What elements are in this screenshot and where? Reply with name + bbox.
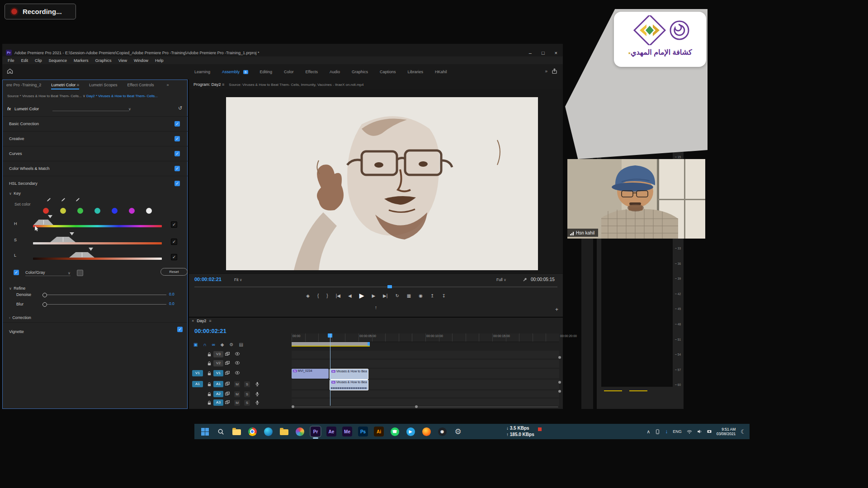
sync-lock-icon[interactable] bbox=[225, 352, 230, 356]
work-area-end-handle[interactable] bbox=[368, 342, 370, 346]
track-name[interactable]: V1 bbox=[213, 370, 223, 376]
scrollbar-dot[interactable] bbox=[558, 356, 561, 359]
workspace-tab-color[interactable]: Color bbox=[284, 70, 294, 74]
go-to-out-button[interactable]: ▶| bbox=[383, 293, 387, 298]
lumetri-section-creative[interactable]: Creative✓ bbox=[3, 131, 188, 146]
menu-file[interactable]: File bbox=[8, 58, 14, 63]
colorgray-chevron-icon[interactable]: ∨ bbox=[68, 271, 71, 275]
scrollbar-dot[interactable] bbox=[558, 381, 561, 384]
luma-handle-marker[interactable] bbox=[89, 248, 93, 251]
mute-button[interactable]: M bbox=[234, 400, 240, 406]
mute-button[interactable]: M bbox=[234, 391, 240, 397]
safe-margins-button[interactable]: ▦ bbox=[407, 293, 411, 298]
menu-graphics[interactable]: Graphics bbox=[95, 58, 112, 63]
luma-check[interactable]: ✓ bbox=[171, 254, 177, 260]
saturation-handle-marker[interactable] bbox=[70, 232, 74, 235]
taskbar-search[interactable] bbox=[215, 426, 226, 437]
horizontal-scrollbar[interactable] bbox=[292, 406, 558, 408]
taskbar-edge[interactable] bbox=[262, 426, 274, 437]
color-swatch-4[interactable] bbox=[112, 208, 118, 214]
nest-toggle[interactable]: ▣ bbox=[193, 342, 198, 347]
workspace-tab-editing[interactable]: Editing bbox=[260, 70, 273, 74]
add-marker-button[interactable]: ◆ bbox=[221, 342, 224, 347]
hue-check[interactable]: ✓ bbox=[171, 221, 177, 228]
sequence-clip-label[interactable]: Day2 * Viruses & How to Beat Them- Cells… bbox=[86, 94, 158, 98]
program-scrubber[interactable] bbox=[194, 286, 557, 287]
program-timecode[interactable]: 00:00:02:21 bbox=[194, 277, 222, 282]
taskbar-folder[interactable] bbox=[278, 426, 290, 437]
hue-handle-marker[interactable] bbox=[48, 215, 52, 218]
sync-lock-icon[interactable] bbox=[225, 400, 230, 404]
workspace-tab-captions[interactable]: Captions bbox=[380, 70, 396, 74]
hue-range-handle[interactable] bbox=[33, 220, 53, 225]
eyedropper-add-icon[interactable] bbox=[61, 197, 66, 202]
vignette-checkbox[interactable]: ✓ bbox=[177, 327, 183, 332]
section-checkbox[interactable]: ✓ bbox=[175, 151, 180, 156]
night-light-icon[interactable]: ☾ bbox=[741, 428, 746, 435]
eyedropper-subtract-icon[interactable] bbox=[75, 197, 80, 202]
tab-effect-controls[interactable]: Effect Controls bbox=[127, 83, 154, 87]
reset-button[interactable]: Reset bbox=[160, 268, 188, 276]
color-swatch-5[interactable] bbox=[129, 208, 135, 214]
quick-export-button[interactable]: ↑ bbox=[375, 305, 377, 310]
menu-edit[interactable]: Edit bbox=[21, 58, 28, 63]
taskbar-creative-cloud[interactable] bbox=[294, 426, 306, 437]
source-patch[interactable]: V1 bbox=[192, 370, 203, 376]
quick-export-icon[interactable] bbox=[552, 68, 557, 74]
minimize-button[interactable]: – bbox=[529, 50, 532, 56]
taskbar-obs[interactable]: ◉ bbox=[436, 426, 448, 437]
workspace-overflow-icon[interactable]: » bbox=[545, 69, 547, 74]
track-lane-v2[interactable] bbox=[292, 360, 559, 368]
colorgray-checkbox[interactable]: ✓ bbox=[14, 270, 19, 275]
saturation-check[interactable]: ✓ bbox=[171, 239, 177, 245]
lock-icon[interactable] bbox=[207, 361, 212, 366]
track-lane-a2[interactable] bbox=[292, 390, 559, 398]
play-button[interactable]: ▶ bbox=[359, 292, 364, 299]
correction-group-header[interactable]: › Correction bbox=[9, 313, 31, 321]
vignette-section[interactable]: Vignette ✓ bbox=[9, 327, 187, 335]
menu-sequence[interactable]: Sequence bbox=[49, 58, 67, 63]
scrubber-playhead[interactable] bbox=[387, 285, 392, 288]
source-patch[interactable]: A1 bbox=[192, 381, 203, 387]
menu-window[interactable]: Window bbox=[134, 58, 148, 63]
taskbar-whatsapp[interactable]: ☎ bbox=[389, 426, 401, 437]
mark-in-button[interactable]: { bbox=[317, 293, 319, 298]
extract-button[interactable]: ↧ bbox=[442, 293, 445, 298]
color-swatch-2[interactable] bbox=[77, 208, 83, 214]
timeline-timecode[interactable]: 00:00:02:21 bbox=[194, 328, 226, 334]
work-area-bar[interactable] bbox=[292, 342, 370, 347]
reset-effect-icon[interactable]: ↺ bbox=[178, 105, 182, 111]
menu-markers[interactable]: Markers bbox=[74, 58, 89, 63]
taskbar-media-encoder[interactable]: Me bbox=[341, 426, 353, 437]
scrollbar-handle[interactable] bbox=[415, 405, 418, 408]
zoom-level-dropdown[interactable]: Fit ∨ bbox=[234, 277, 242, 282]
track-name[interactable]: A1 bbox=[213, 381, 223, 387]
caption-settings-button[interactable]: ▤ bbox=[239, 342, 243, 347]
panel-menu-icon[interactable]: ≡ bbox=[77, 83, 79, 87]
sync-lock-icon[interactable] bbox=[225, 371, 230, 375]
sync-lock-icon[interactable] bbox=[225, 392, 230, 395]
workspace-tab-hkahil[interactable]: HKahil bbox=[435, 70, 447, 74]
track-name[interactable]: V3 bbox=[213, 351, 223, 357]
program-tab[interactable]: Program: Day2 ≡ bbox=[193, 82, 224, 87]
step-back-button[interactable]: ◀ bbox=[348, 293, 352, 298]
network-speed-widget[interactable]: ↑↓ 3.5 KBps ↑ 185.0 KBps bbox=[506, 425, 542, 438]
hue-slider[interactable] bbox=[33, 225, 162, 227]
taskbar-settings[interactable]: ⚙ bbox=[452, 426, 464, 437]
menu-clip[interactable]: Clip bbox=[35, 58, 42, 63]
color-swatch-0[interactable] bbox=[43, 208, 49, 214]
source-clip-label[interactable]: Source * Viruses & How to Beat Them- Cel… bbox=[7, 94, 82, 98]
workspace-tab-audio[interactable]: Audio bbox=[330, 70, 340, 74]
settings-wrench-icon[interactable] bbox=[523, 277, 527, 282]
taskbar-premiere-pro[interactable]: Pr bbox=[310, 426, 321, 437]
mute-button[interactable]: M bbox=[234, 381, 240, 387]
luma-slider[interactable] bbox=[33, 258, 162, 260]
source-monitor-tab[interactable]: Source: Viruses & How to Beat Them- Cell… bbox=[229, 83, 363, 87]
sync-lock-icon[interactable] bbox=[225, 382, 230, 385]
workspace-tab-libraries[interactable]: Libraries bbox=[407, 70, 423, 74]
lock-icon[interactable] bbox=[207, 392, 212, 397]
menu-view[interactable]: View bbox=[118, 58, 127, 63]
go-to-in-button[interactable]: |◀ bbox=[336, 293, 340, 298]
lock-icon[interactable] bbox=[207, 371, 212, 376]
panel-menu-icon[interactable]: ≡ bbox=[209, 319, 211, 323]
